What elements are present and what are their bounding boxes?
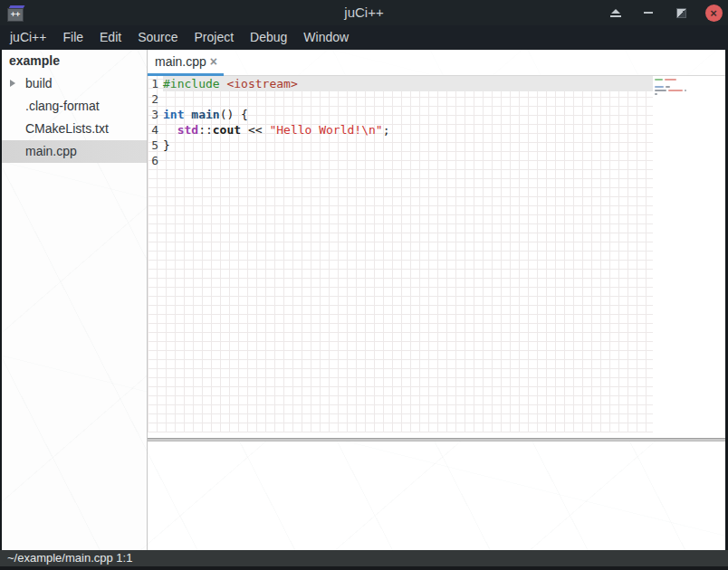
close-icon: × [705, 5, 723, 22]
minimap-row [655, 93, 725, 95]
editor-column: main.cpp × 1#include <iostream>23int mai… [148, 50, 725, 550]
window-bottom-border [0, 566, 728, 570]
minimap-code-mark [655, 90, 666, 91]
tab-main-cpp[interactable]: main.cpp × [148, 50, 224, 76]
minimap-code-mark [666, 86, 670, 88]
minimap-row [655, 79, 725, 81]
code-line-6[interactable]: 6 [148, 153, 653, 168]
line-number: 3 [148, 107, 163, 122]
restore-button[interactable] [672, 4, 690, 22]
tab-label: main.cpp [155, 50, 206, 74]
tab-close-icon[interactable]: × [210, 50, 217, 74]
code-line-text: int main() { [163, 107, 653, 122]
workspace-inner: example build.clang-formatCMakeLists.txt… [2, 50, 725, 550]
menu-project[interactable]: Project [187, 25, 243, 50]
close-button[interactable]: × [704, 4, 723, 22]
sidebar-item-cmakelists-txt[interactable]: CMakeLists.txt [2, 118, 147, 140]
code-line-2[interactable]: 2 [148, 91, 653, 107]
menu-debug[interactable]: Debug [242, 25, 295, 50]
window-controls: × [607, 0, 723, 25]
sidebar-item--clang-format[interactable]: .clang-format [2, 95, 147, 118]
titlebar[interactable]: ++ juCi++ × [0, 0, 728, 25]
code-line-text [163, 153, 653, 168]
menu-juci[interactable]: juCi++ [2, 25, 54, 50]
sidebar-item-label: CMakeLists.txt [25, 121, 109, 136]
workspace: example build.clang-formatCMakeLists.txt… [0, 50, 728, 550]
file-tree-sidebar: example build.clang-formatCMakeLists.txt… [2, 50, 148, 550]
source-editor[interactable]: 1#include <iostream>23int main() {4 std:… [148, 76, 725, 438]
line-number: 5 [148, 138, 163, 153]
line-number: 4 [148, 122, 163, 138]
sidebar-item-label: build [25, 76, 53, 90]
minimap-code-mark [655, 93, 657, 95]
minimize-button[interactable] [639, 4, 657, 22]
code-line-5[interactable]: 5} [148, 138, 653, 153]
expander-triangle-icon[interactable] [10, 80, 15, 87]
status-file-position: ~/example/main.cpp 1:1 [7, 551, 132, 565]
eject-icon [610, 9, 621, 17]
minimap-code-mark [685, 90, 686, 91]
sidebar-item-label: main.cpp [25, 144, 77, 158]
minimap-row [655, 90, 725, 91]
menu-file[interactable]: File [54, 25, 91, 50]
sidebar-item-main-cpp[interactable]: main.cpp [2, 140, 147, 163]
menu-edit[interactable]: Edit [91, 25, 129, 50]
code-area[interactable]: 1#include <iostream>23int main() {4 std:… [148, 76, 653, 432]
code-line-3[interactable]: 3int main() { [148, 107, 653, 122]
line-number: 1 [148, 76, 163, 91]
minimap-code-mark [655, 86, 664, 88]
menu-source[interactable]: Source [129, 25, 186, 50]
minimap-row [655, 82, 725, 84]
sidebar-item-label: .clang-format [25, 99, 100, 113]
code-line-text: std::cout << "Hello World!\n"; [163, 122, 653, 138]
sidebar-item-build[interactable]: build [2, 72, 147, 95]
juci-window: ++ juCi++ × juCi++FileEditSourceProjectD… [0, 0, 728, 570]
output-pane[interactable] [148, 442, 725, 550]
minimap-row [655, 86, 725, 88]
line-number: 2 [148, 91, 163, 107]
minimap-row [655, 97, 725, 99]
minimap[interactable] [653, 76, 725, 432]
minimap-code-mark [668, 90, 683, 91]
code-line-text: #include <iostream> [163, 76, 653, 91]
minimap-code-mark [655, 79, 663, 81]
line-number: 6 [148, 153, 163, 168]
minimap-code-mark [665, 79, 676, 81]
code-line-4[interactable]: 4 std::cout << "Hello World!\n"; [148, 122, 653, 138]
shade-button[interactable] [607, 4, 625, 22]
minimize-icon [644, 12, 653, 14]
menu-window[interactable]: Window [295, 25, 357, 50]
code-line-text: } [163, 138, 653, 153]
project-root-label: example [2, 50, 147, 72]
status-bar: ~/example/main.cpp 1:1 [0, 550, 728, 566]
tab-bar: main.cpp × [148, 50, 725, 76]
code-line-1[interactable]: 1#include <iostream> [148, 76, 653, 91]
menubar: juCi++FileEditSourceProjectDebugWindow [0, 25, 728, 50]
code-line-text [163, 91, 653, 107]
restore-icon [677, 9, 685, 17]
